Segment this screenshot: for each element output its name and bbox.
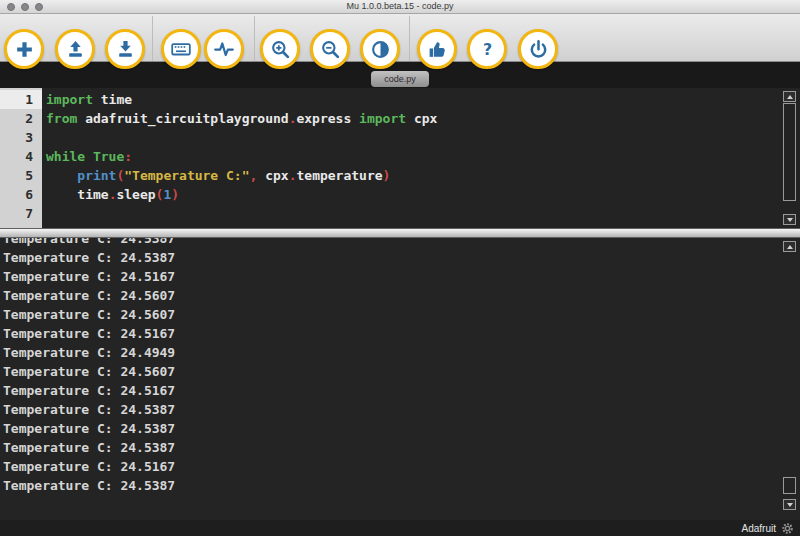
code-line: [46, 128, 800, 147]
pane-splitter[interactable]: [0, 228, 800, 238]
power-icon: [528, 39, 549, 60]
console-line: Temperature C: 24.5167: [3, 381, 800, 400]
new-button[interactable]: [4, 29, 44, 69]
line-number: 5: [0, 166, 42, 185]
console-line: Temperature C: 24.5167: [3, 457, 800, 476]
editor-scrollbar-thumb[interactable]: [783, 103, 796, 201]
caret-up-icon: [787, 245, 793, 249]
line-number: 3: [0, 128, 42, 147]
close-button[interactable]: [7, 3, 15, 11]
serial-button[interactable]: [204, 29, 244, 69]
help-button[interactable]: ?: [467, 29, 507, 69]
console-line: Temperature C: 24.5607: [3, 362, 800, 381]
console-line: Temperature C: 24.5387: [3, 419, 800, 438]
toolbar-divider: [254, 16, 255, 61]
zoom-in-button[interactable]: [260, 29, 300, 69]
console-line: Temperature C: 24.5167: [3, 324, 800, 343]
console-line: Temperature C: 24.5387: [3, 248, 800, 267]
line-number: 4: [0, 147, 42, 166]
magnifier-minus-icon: [320, 39, 341, 60]
tab-label: code.py: [384, 74, 416, 84]
line-number-gutter: 1234567: [0, 88, 42, 228]
editor-scroll-down-button[interactable]: [783, 214, 796, 225]
console-line: Temperature C: 24.5607: [3, 305, 800, 324]
zoom-out-button[interactable]: [310, 29, 350, 69]
keyboard-icon: [170, 38, 192, 60]
console-scrollbar-thumb[interactable]: [783, 477, 796, 494]
line-number: 7: [0, 204, 42, 223]
plus-icon: [14, 39, 35, 60]
gear-icon[interactable]: [781, 522, 794, 535]
console-line: Temperature C: 24.5167: [3, 267, 800, 286]
status-bar: Adafruit: [0, 520, 800, 536]
console-line: Temperature C: 24.5387: [3, 400, 800, 419]
serial-console[interactable]: Temperature C: 24.5387Temperature C: 24.…: [0, 238, 800, 520]
console-line: Temperature C: 24.5387: [3, 476, 800, 495]
magnifier-plus-icon: [270, 39, 291, 60]
caret-down-icon: [787, 218, 793, 222]
theme-button[interactable]: [360, 29, 400, 69]
upload-icon: [65, 39, 86, 60]
code-line: print("Temperature C:", cpx.temperature): [46, 166, 800, 185]
quit-button[interactable]: [518, 29, 558, 69]
toolbar: ?: [0, 14, 800, 62]
mode-label: Adafruit: [742, 523, 776, 534]
question-icon: ?: [477, 39, 498, 60]
line-number: 2: [0, 109, 42, 128]
code-line: [46, 204, 800, 223]
check-button[interactable]: [417, 29, 457, 69]
code-area[interactable]: import timefrom adafruit_circuitplaygrou…: [42, 88, 800, 228]
code-editor[interactable]: 1234567 import timefrom adafruit_circuit…: [0, 88, 800, 228]
console-line: Temperature C: 24.5607: [3, 286, 800, 305]
code-line: while True:: [46, 147, 800, 166]
line-number: 1: [0, 90, 42, 109]
console-scroll-up-button[interactable]: [783, 241, 796, 252]
console-line: Temperature C: 24.5387: [3, 238, 800, 248]
window-title: Mu 1.0.0.beta.15 - code.py: [346, 0, 453, 13]
minimize-button[interactable]: [21, 3, 29, 11]
pulse-icon: [213, 38, 235, 60]
editor-scroll-up-button[interactable]: [783, 91, 796, 102]
console-scroll-down-button[interactable]: [783, 499, 796, 510]
line-number: 6: [0, 185, 42, 204]
code-line: from adafruit_circuitplayground.express …: [46, 109, 800, 128]
toolbar-divider: [409, 16, 410, 61]
code-line: time.sleep(1): [46, 185, 800, 204]
window-controls: [7, 3, 43, 11]
caret-down-icon: [787, 503, 793, 507]
thumbs-up-icon: [427, 39, 448, 60]
console-line: Temperature C: 24.5387: [3, 438, 800, 457]
console-output: Temperature C: 24.5387Temperature C: 24.…: [3, 238, 800, 495]
console-line: Temperature C: 24.4949: [3, 343, 800, 362]
svg-text:?: ?: [482, 39, 491, 58]
save-button[interactable]: [105, 29, 145, 69]
download-icon: [115, 39, 136, 60]
zoom-window-button[interactable]: [35, 3, 43, 11]
toolbar-divider: [152, 16, 153, 61]
code-line: import time: [46, 90, 800, 109]
tab-code-py[interactable]: code.py: [371, 71, 429, 87]
load-button[interactable]: [55, 29, 95, 69]
repl-button[interactable]: [161, 29, 201, 69]
caret-up-icon: [787, 95, 793, 99]
title-bar: Mu 1.0.0.beta.15 - code.py: [0, 0, 800, 14]
contrast-icon: [370, 39, 391, 60]
